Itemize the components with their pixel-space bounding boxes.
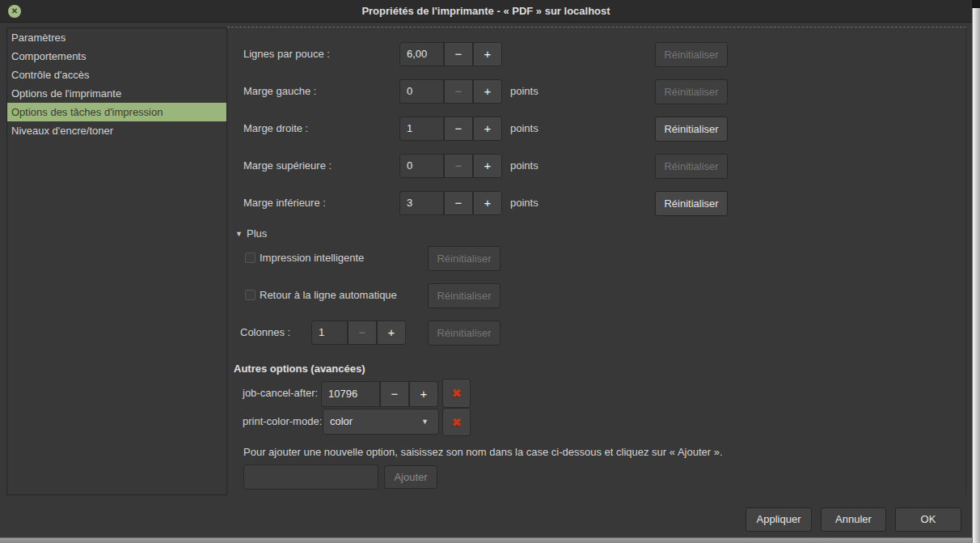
reset-button: Réinitialiser [655,154,728,179]
minus-button[interactable]: − [444,42,473,66]
category-list: Paramètres Comportements Contrôle d'accè… [6,28,227,495]
sidebar-item-parametres[interactable]: Paramètres [7,28,226,47]
reset-button: Réinitialiser [655,42,728,67]
sidebar-item-options-imprimante[interactable]: Options de l'imprimante [7,84,226,103]
background-window-edge [0,537,972,543]
checkbox-label: Impression intelligente [260,246,364,270]
add-option-instruction: Pour ajouter une nouvelle option, saisis… [243,446,723,458]
advanced-row-job-cancel-after: job-cancel-after: 10796 − + ✖ [227,379,965,408]
reset-button: Réinitialiser [655,79,728,104]
retour-ligne-checkbox[interactable] [245,290,256,300]
advanced-row-print-color-mode: print-color-mode: color ▼ ✖ [227,408,965,437]
spin-row-marge-gauche: Marge gauche : 0 − + points Réinitialise… [227,79,965,104]
titlebar: Propriétés de l'imprimante - « PDF » sur… [0,0,972,23]
unit-label: points [510,117,539,141]
spin-row-marge-superieure: Marge supérieure : 0 − + points Réinitia… [227,154,965,179]
expander-arrow-icon: ▼ [235,227,243,240]
checkbox-label: Retour à la ligne automatique [260,283,397,308]
cancel-button[interactable]: Annuler [821,507,886,532]
row-label: Marge droite : [243,117,308,141]
spin-entry[interactable]: 1 [399,117,444,141]
impression-intelligente-checkbox[interactable] [245,252,256,263]
plus-button[interactable]: + [473,154,502,178]
minus-button: − [348,320,377,345]
reset-button: Réinitialiser [428,246,501,271]
spin-entry[interactable]: 3 [399,191,444,215]
unit-label: points [510,79,539,104]
row-label: Marge inférieure : [243,191,326,215]
spin-entry[interactable]: 0 [399,154,444,178]
reset-button: Réinitialiser [428,320,501,346]
delete-icon: ✖ [452,387,462,400]
delete-option-button[interactable]: ✖ [442,379,471,408]
advanced-options-heading: Autres options (avancées) [234,363,365,375]
plus-button[interactable]: + [473,191,502,215]
sidebar-item-options-taches[interactable]: Options des tâches d'impression [7,103,226,121]
dropdown-value: color [330,415,353,427]
row-label: Colonnes : [240,320,290,345]
apply-button[interactable]: Appliquer [746,507,812,532]
plus-button[interactable]: + [377,320,406,345]
spin-entry[interactable]: 0 [399,79,444,104]
delete-icon: ✖ [452,416,462,429]
row-label: job-cancel-after: [243,381,318,405]
minus-button[interactable]: − [444,191,473,215]
delete-option-button[interactable]: ✖ [442,408,471,436]
spin-row-colonnes: Colonnes : 1 − + Réinitialiser [227,320,965,346]
row-label: Marge supérieure : [243,154,332,178]
minus-button: − [444,79,473,104]
reset-button[interactable]: Réinitialiser [655,191,728,216]
sidebar-item-niveaux-encre[interactable]: Niveaux d'encre/toner [7,121,226,140]
spin-row-lignes-par-pouce: Lignes par pouce : 6,00 − + Réinitialise… [227,42,965,67]
check-row-impression-intelligente: Impression intelligente Réinitialiser [227,246,965,271]
row-label: print-color-mode: [243,409,322,434]
spin-row-marge-inferieure: Marge inférieure : 3 − + points Réinitia… [227,191,965,216]
check-row-retour-ligne: Retour à la ligne automatique Réinitiali… [227,283,965,308]
plus-button[interactable]: + [409,381,438,407]
spin-entry[interactable]: 6,00 [399,42,444,66]
window-title: Propriétés de l'imprimante - « PDF » sur… [0,0,972,23]
row-label: Lignes par pouce : [243,42,330,66]
add-option-button: Ajouter [384,465,437,489]
minus-button[interactable]: − [444,117,473,141]
reset-button[interactable]: Réinitialiser [655,117,728,142]
unit-label: points [510,191,539,215]
job-options-panel: Lignes par pouce : 6,00 − + Réinitialise… [227,27,966,495]
reset-button: Réinitialiser [428,283,501,308]
sidebar-item-comportements[interactable]: Comportements [7,47,226,66]
ok-button[interactable]: OK [895,507,961,532]
unit-label: points [510,154,539,178]
plus-button[interactable]: + [473,79,502,104]
printer-properties-dialog: Propriétés de l'imprimante - « PDF » sur… [0,0,980,543]
chevron-down-icon: ▼ [421,409,429,434]
spin-entry[interactable]: 10796 [321,381,380,407]
new-option-input[interactable] [243,465,378,490]
sidebar-item-controle-acces[interactable]: Contrôle d'accès [7,66,226,84]
close-icon[interactable]: ✕ [8,5,21,18]
plus-button[interactable]: + [473,42,502,66]
plus-button[interactable]: + [473,117,502,141]
spin-row-marge-droite: Marge droite : 1 − + points Réinitialise… [227,117,965,142]
background-window-scrollbar [972,0,980,543]
print-color-mode-dropdown[interactable]: color ▼ [323,409,439,435]
row-label: Marge gauche : [243,79,316,104]
expander-label: Plus [247,227,267,240]
minus-button[interactable]: − [380,381,409,407]
spin-entry[interactable]: 1 [311,320,348,345]
minus-button: − [444,154,473,178]
background-window-corner [972,0,980,8]
